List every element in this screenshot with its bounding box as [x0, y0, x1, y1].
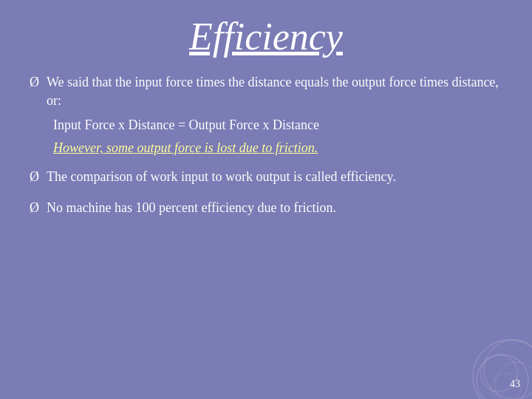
bullet-item-1: Ø We said that the input force times the…: [30, 73, 502, 110]
bullet-item-3: Ø No machine has 100 percent efficiency …: [30, 199, 502, 217]
bullet-section-1: Ø We said that the input force times the…: [30, 73, 502, 156]
bullet-section-3: Ø No machine has 100 percent efficiency …: [30, 199, 502, 217]
bullet-item-2: Ø The comparison of work input to work o…: [30, 168, 502, 186]
bullet-symbol-3: Ø: [30, 200, 39, 216]
indent-block: Input Force x Distance = Output Force x …: [53, 117, 502, 156]
bullet-section-2: Ø The comparison of work input to work o…: [30, 168, 502, 186]
bullet-text-1: We said that the input force times the d…: [47, 73, 502, 110]
slide: Efficiency Ø We said that the input forc…: [0, 0, 532, 399]
bullet-symbol-2: Ø: [30, 169, 39, 185]
bullet-text-3: No machine has 100 percent efficiency du…: [47, 199, 336, 217]
page-number: 43: [510, 378, 520, 390]
formula-line: Input Force x Distance = Output Force x …: [53, 117, 502, 133]
bullet-text-2: The comparison of work input to work out…: [47, 168, 396, 186]
title-container: Efficiency: [30, 15, 502, 58]
bullet-symbol-1: Ø: [30, 75, 39, 90]
svg-point-0: [473, 340, 532, 399]
friction-line: However, some output force is lost due t…: [53, 140, 502, 156]
slide-title: Efficiency: [189, 16, 343, 58]
